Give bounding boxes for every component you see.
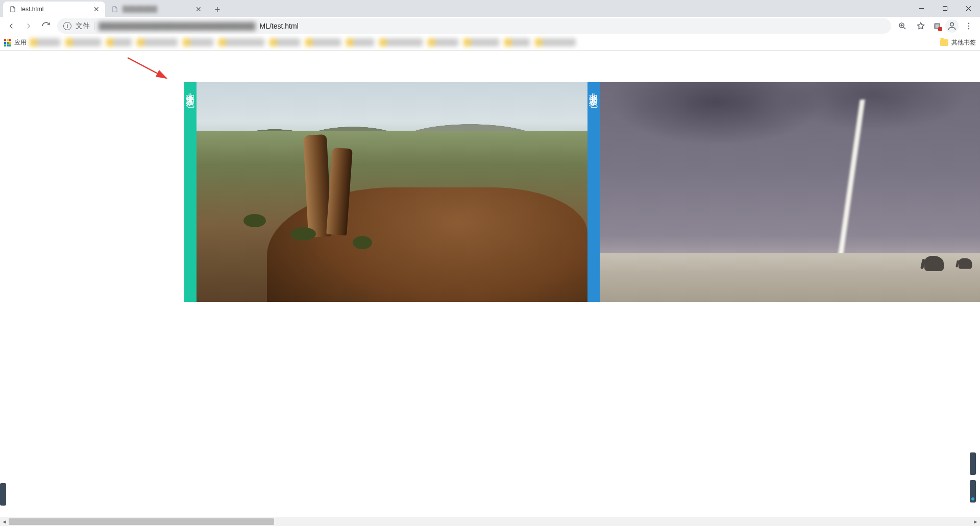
close-icon[interactable]: ✕ bbox=[93, 6, 100, 13]
horizontal-scrollbar[interactable]: ◄ ► bbox=[0, 517, 980, 526]
close-window-button[interactable] bbox=[957, 0, 980, 17]
scroll-left-icon[interactable]: ◄ bbox=[0, 517, 9, 526]
page-icon bbox=[111, 6, 118, 13]
maximize-button[interactable] bbox=[933, 0, 957, 17]
url-scheme-label: 文件 bbox=[76, 21, 90, 31]
bookmark-star-icon[interactable] bbox=[913, 18, 929, 34]
slide-2: 非洲景色2 bbox=[587, 82, 980, 302]
gallery: 非洲景色1 非洲景色2 bbox=[184, 82, 980, 302]
forward-button[interactable] bbox=[20, 18, 37, 34]
notification-dot-icon bbox=[938, 27, 942, 31]
window-controls bbox=[910, 0, 980, 17]
svg-point-6 bbox=[968, 26, 969, 27]
tabs-container: test.html ✕ ████████ ✕ + bbox=[0, 0, 225, 17]
apps-grid-icon[interactable] bbox=[4, 39, 11, 46]
back-button[interactable] bbox=[3, 18, 19, 34]
svg-point-7 bbox=[968, 28, 969, 29]
site-info-icon[interactable]: i bbox=[63, 22, 71, 30]
close-icon[interactable]: ✕ bbox=[195, 6, 202, 13]
scroll-right-icon[interactable]: ► bbox=[971, 517, 980, 526]
left-edge-handle[interactable] bbox=[0, 483, 6, 506]
address-bar[interactable]: i 文件 ███████████████████████████████ ML/… bbox=[57, 18, 891, 34]
reload-button[interactable] bbox=[38, 18, 54, 34]
extension-icon[interactable] bbox=[931, 20, 943, 32]
profile-avatar-icon[interactable] bbox=[945, 19, 959, 33]
scroll-thumb[interactable] bbox=[9, 518, 274, 525]
page-viewport: 非洲景色1 非洲景色2 bbox=[0, 51, 980, 526]
bookmarks-bar: 应用 其他书签 bbox=[0, 35, 980, 51]
scroll-track[interactable] bbox=[9, 517, 971, 526]
page-scroll[interactable]: 非洲景色1 非洲景色2 bbox=[0, 51, 980, 526]
slide-image-2 bbox=[600, 82, 980, 302]
folder-icon bbox=[940, 39, 948, 46]
svg-point-5 bbox=[968, 23, 969, 24]
tab-test-html[interactable]: test.html ✕ bbox=[3, 2, 105, 17]
omnibox-divider bbox=[94, 22, 94, 30]
tab-second[interactable]: ████████ ✕ bbox=[105, 2, 207, 17]
slide-tag-2: 非洲景色2 bbox=[587, 82, 600, 302]
slide-1: 非洲景色1 bbox=[184, 82, 587, 302]
page-icon bbox=[9, 6, 16, 13]
browser-toolbar: i 文件 ███████████████████████████████ ML/… bbox=[0, 17, 980, 35]
browser-tabstrip: test.html ✕ ████████ ✕ + bbox=[0, 0, 980, 17]
kebab-menu-icon[interactable] bbox=[961, 18, 977, 34]
svg-point-4 bbox=[950, 22, 954, 26]
tab-title: test.html bbox=[20, 6, 90, 13]
slide-image-1 bbox=[197, 82, 587, 302]
slide-tag-1: 非洲景色1 bbox=[184, 82, 197, 302]
url-visible-suffix: ML/test.html bbox=[260, 22, 299, 30]
page-body: 非洲景色1 非洲景色2 bbox=[0, 51, 980, 510]
zoom-icon[interactable] bbox=[894, 18, 911, 34]
toolbar-right-icons bbox=[894, 18, 977, 34]
right-edge-handle-bottom[interactable] bbox=[970, 480, 976, 503]
other-bookmarks-label: 其他书签 bbox=[951, 38, 976, 47]
right-edge-handle-top[interactable] bbox=[970, 452, 976, 475]
new-tab-button[interactable]: + bbox=[210, 3, 225, 17]
bookmarks-blurred bbox=[30, 38, 937, 47]
apps-label[interactable]: 应用 bbox=[14, 38, 27, 47]
other-bookmarks[interactable]: 其他书签 bbox=[940, 38, 976, 47]
url-blurred: ███████████████████████████████ bbox=[99, 22, 256, 30]
minimize-button[interactable] bbox=[910, 0, 933, 17]
svg-rect-0 bbox=[943, 7, 947, 11]
tab-title-blurred: ████████ bbox=[122, 6, 192, 13]
